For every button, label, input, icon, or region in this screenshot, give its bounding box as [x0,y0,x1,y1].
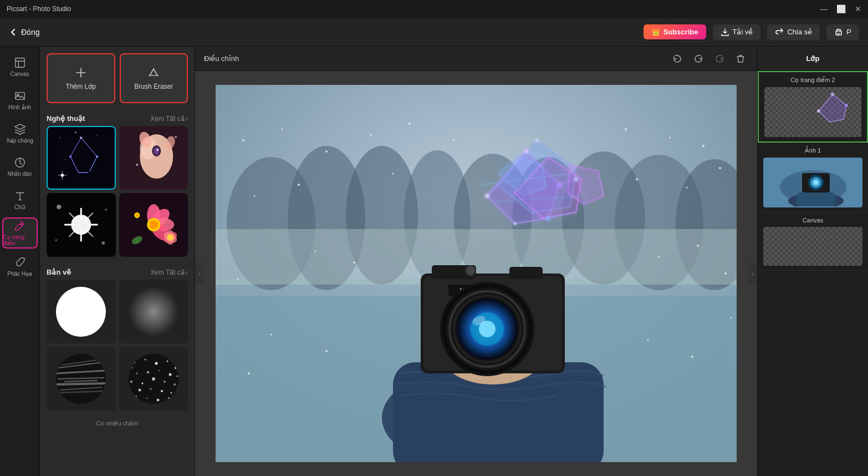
layer-2-title: Canvas [763,217,862,224]
brush-item-white[interactable] [47,280,116,343]
xep-chong-label: Xếp chồng [6,138,33,144]
sidebar-item-chu[interactable]: Chữ [2,184,38,215]
svg-point-44 [101,241,105,245]
share-icon [775,28,784,37]
crown-icon: 👑 [651,28,660,36]
see-all-label-2: Xem Tất cả [150,269,185,276]
svg-point-151 [242,139,244,141]
chevron-right-icon-1: › [186,115,188,123]
svg-point-167 [353,261,355,264]
topbar-actions: 👑 Subscribe Tải về Chia sẻ P [644,24,859,40]
sidebar-item-phac-hoa[interactable]: Phác Họa [2,251,38,282]
canvas-viewport[interactable]: NIKON [195,71,757,476]
flowers-art-svg [119,193,188,257]
layer-0-preview-svg [766,89,860,136]
svg-point-158 [670,137,671,139]
svg-point-18 [88,171,90,174]
close-btn[interactable]: ✕ [855,4,861,13]
svg-point-166 [315,251,316,252]
minimize-btn[interactable]: — [820,4,828,13]
svg-point-155 [409,123,411,125]
svg-point-85 [141,382,143,384]
svg-point-80 [136,372,137,374]
redo2-button[interactable] [712,51,727,67]
svg-point-75 [133,361,135,363]
undo-button[interactable] [670,51,685,67]
layer-co-trang-diem-2[interactable]: Cọ trang điểm 2 [758,71,868,143]
svg-point-153 [325,150,328,153]
svg-point-143 [513,222,517,225]
svg-rect-119 [509,267,543,279]
svg-point-46 [105,209,107,211]
svg-point-175 [691,356,693,358]
maximize-btn[interactable]: ⬜ [836,4,846,13]
brush-item-sketchy[interactable] [47,347,116,411]
svg-point-144 [485,194,489,198]
canvas-toolbar: Điều chỉnh [195,47,757,71]
canvas-image-container[interactable]: NIKON [216,85,737,462]
brush-eraser-label: Brush Eraser [134,83,173,90]
svg-point-188 [813,180,819,185]
layer-anh-1[interactable]: Ảnh 1 [758,143,868,212]
layer-canvas[interactable]: Canvas [758,212,868,271]
svg-point-87 [164,381,165,382]
brush-item-glitter[interactable] [119,347,188,411]
art-item-creature[interactable] [119,126,188,190]
sidebar-item-co-trang-diem[interactable]: Cọ trang điểm [2,217,38,249]
svg-point-81 [147,371,149,373]
svg-point-57 [167,234,173,241]
svg-point-174 [647,340,649,341]
sidebar-item-canvas[interactable]: Canvas [2,51,38,82]
collapse-right-btn[interactable]: › [748,262,757,285]
brush-eraser-card[interactable]: Brush Eraser [120,53,188,103]
sticker-icon [14,156,26,169]
collapse-left-btn[interactable]: ‹ [195,262,204,285]
svg-point-160 [254,195,256,197]
download-label: Tải về [733,28,753,36]
layer-1-title: Ảnh 1 [763,147,862,154]
phac-hoa-label: Phác Họa [7,271,32,277]
subscribe-button[interactable]: 👑 Subscribe [644,24,706,39]
svg-point-171 [724,272,727,275]
delete-button[interactable] [733,51,748,67]
download-button[interactable]: Tải về [713,24,761,40]
sidebar-item-nhan-dan[interactable]: Nhãn dán [2,151,38,182]
nghe-thuat-see-all[interactable]: Xem Tất cả › [150,115,188,123]
layer-1-preview-svg [766,159,860,206]
layers-header: Lớp [758,47,868,71]
svg-point-60 [135,214,139,217]
svg-point-90 [150,388,151,389]
svg-point-162 [392,173,394,175]
ban-ve-see-all[interactable]: Xem Tất cả › [150,269,188,276]
svg-point-140 [524,149,528,154]
them-lop-card[interactable]: Thêm Lớp [47,53,115,103]
back-label: Đóng [21,28,39,37]
svg-point-93 [135,396,137,398]
layer-1-thumb [763,158,862,207]
back-arrow-icon [9,28,18,37]
main-layout: Canvas Hình ảnh Xếp chồng Nhãn dán [0,47,868,476]
svg-point-180 [831,93,834,96]
svg-point-83 [169,373,171,376]
redo-icon [693,54,703,64]
share-button[interactable]: Chia sẻ [767,24,820,40]
sketchy-brush-svg [53,351,109,407]
svg-point-78 [166,360,168,362]
see-all-label-1: Xem Tất cả [150,115,185,123]
back-button[interactable]: Đóng [9,28,39,37]
ban-ve-header: Bản vẽ Xem Tất cả › [40,264,195,280]
co-trang-diem-label: Cọ trang điểm [3,234,37,246]
brush-item-gray-glow[interactable] [119,280,188,343]
svg-point-146 [535,139,539,142]
art-item-sparkle[interactable] [47,193,116,257]
art-item-flowers[interactable] [119,193,188,257]
svg-point-77 [155,362,157,364]
window-controls[interactable]: — ⬜ ✕ [820,4,861,13]
sidebar-item-xep-chong[interactable]: Xếp chồng [2,118,38,149]
sidebar-item-hinh-anh[interactable]: Hình ảnh [2,84,38,115]
svg-point-84 [130,381,132,383]
chevron-right-icon-2: › [186,269,188,276]
redo-button[interactable] [691,51,706,67]
art-item-cosmos[interactable] [47,126,116,190]
print-button[interactable]: P [826,24,859,40]
